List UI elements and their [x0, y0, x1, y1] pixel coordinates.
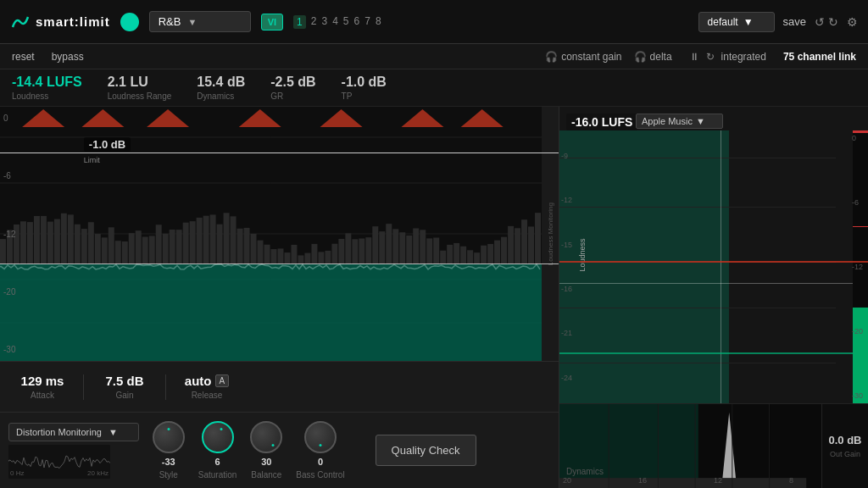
- style-value: -33: [162, 457, 175, 467]
- lufs-val-16: -16: [561, 285, 576, 293]
- second-bar: reset bypass 🎧 constant gain 🎧 delta ⏸ ↻…: [0, 44, 868, 69]
- right-panel: -16.0 LUFS Apple Music ▼: [559, 107, 868, 488]
- tp-meter: -1.0 dB TP: [342, 75, 387, 101]
- refresh-icon[interactable]: ↻: [706, 51, 715, 63]
- default-dropdown[interactable]: default ▼: [698, 12, 775, 32]
- lufs-display: -16.0 LUFS: [566, 114, 637, 130]
- attack-control: 129 ms Attack: [8, 374, 76, 400]
- gr-meter: -2.5 dB GR: [270, 75, 315, 101]
- lufs-val-9: -9: [561, 152, 576, 160]
- out-gain-value: 0.0 dB: [828, 434, 861, 446]
- release-control: auto A Release: [173, 374, 241, 400]
- dynamics-value: 15.4 dB: [197, 75, 245, 90]
- platform-value: Apple Music: [642, 116, 693, 126]
- channel-link-label: channel link: [798, 51, 856, 63]
- preset-dropdown[interactable]: R&B ▼: [149, 11, 251, 32]
- balance-knob[interactable]: 30 Balance: [250, 421, 282, 480]
- teal-area: [0, 264, 559, 361]
- track-6[interactable]: 6: [354, 15, 360, 29]
- platform-arrow-icon: ▼: [696, 116, 705, 126]
- saturation-knob-control[interactable]: [202, 421, 234, 453]
- track-1[interactable]: 1: [293, 15, 306, 29]
- constant-gain-option[interactable]: 🎧 constant gain: [545, 51, 621, 63]
- track-7[interactable]: 7: [364, 15, 370, 29]
- hz-max-label: 20 kHz: [87, 469, 108, 477]
- saturation-knob-indicator: [220, 428, 222, 430]
- reset-button[interactable]: reset: [12, 51, 35, 63]
- distortion-label: Distortion Monitoring: [16, 427, 102, 437]
- channel-link: 75 channel link: [783, 51, 856, 63]
- out-gain-panel: 0.0 dB Out Gain: [821, 404, 868, 488]
- rms-line: [0, 263, 559, 264]
- platform-dropdown[interactable]: Apple Music ▼: [636, 114, 723, 129]
- release-label: Release: [192, 391, 223, 400]
- style-label: Style: [159, 470, 178, 480]
- track-4[interactable]: 4: [332, 15, 338, 29]
- pause-icon[interactable]: ⏸: [689, 51, 699, 63]
- playback-controls: ⏸ ↻ integrated: [689, 51, 766, 63]
- bypass-button[interactable]: bypass: [52, 51, 84, 63]
- undo-button[interactable]: ↺: [815, 15, 825, 29]
- limit-line-bar: [0, 152, 559, 153]
- loudness-monitoring-panel: Loudness Monitoring: [542, 107, 559, 361]
- tp-label: TP: [342, 92, 353, 101]
- bass-label: Bass Control: [296, 470, 344, 480]
- controls-row: 129 ms Attack 7.5 dB Gain auto A Release: [0, 361, 559, 412]
- track-5[interactable]: 5: [343, 15, 349, 29]
- bass-knob-indicator: [319, 444, 321, 446]
- save-button[interactable]: save: [783, 15, 806, 28]
- quality-check-button[interactable]: Quality Check: [376, 435, 476, 466]
- loudness-range-label: Loudness Range: [108, 92, 172, 101]
- gain-value: 7.5 dB: [105, 374, 143, 388]
- style-knob-control[interactable]: [153, 421, 185, 453]
- scale-val-0: 0: [852, 134, 863, 142]
- loudness-scale-right: 0 -6 -12 -20 -30: [850, 107, 865, 403]
- channel-link-num: 75: [783, 51, 794, 63]
- release-auto-tag: auto A: [185, 374, 229, 388]
- bass-control-knob-control[interactable]: [304, 421, 337, 453]
- power-button[interactable]: [120, 13, 139, 31]
- attack-label: Attack: [31, 391, 54, 400]
- style-knob[interactable]: -33 Style: [153, 421, 185, 480]
- crosshair-horizontal: [559, 283, 853, 284]
- balance-knob-control[interactable]: [250, 421, 282, 453]
- bass-control-knob[interactable]: 0 Bass Control: [296, 421, 344, 480]
- gain-label: Gain: [115, 391, 133, 400]
- out-gain-label: Out Gain: [830, 450, 860, 458]
- saturation-knob[interactable]: 6 Saturation: [198, 421, 237, 480]
- loudness-label: Loudness: [12, 92, 48, 101]
- limit-value: -1.0 dB: [84, 137, 131, 152]
- limit-sublabel: Limit: [84, 156, 100, 164]
- a-badge: A: [215, 374, 230, 387]
- vi-button[interactable]: VI: [261, 14, 283, 30]
- delta-option[interactable]: 🎧 delta: [634, 51, 672, 63]
- headphone2-icon: 🎧: [634, 51, 647, 63]
- gain-control: 7.5 dB Gain: [91, 374, 159, 400]
- dyn-val-12: 12: [714, 476, 722, 485]
- lufs-val-21: -21: [561, 329, 576, 337]
- app-logo: smart:limit: [10, 12, 110, 32]
- track-numbers: 1 2 3 4 5 6 7 8: [293, 15, 381, 29]
- loudness-chart-area: [559, 130, 853, 403]
- loudness-line: [559, 352, 853, 354]
- distortion-dropdown[interactable]: Distortion Monitoring ▼: [8, 423, 139, 441]
- redo-button[interactable]: ↻: [828, 15, 838, 29]
- lufs-val-12: -12: [561, 196, 576, 204]
- dynamics-label: Dynamics: [197, 92, 234, 101]
- crosshair-vertical: [721, 130, 721, 403]
- preset-value: R&B: [159, 15, 181, 28]
- track-3[interactable]: 3: [321, 15, 327, 29]
- scale-15: [559, 308, 836, 308]
- style-knob-indicator: [167, 428, 170, 430]
- track-2[interactable]: 2: [311, 15, 317, 29]
- gr-value: -2.5 dB: [270, 75, 315, 90]
- waveform-area[interactable]: -1.0 dB Limit 0 -6 -12 -20 -30 Loudness …: [0, 107, 559, 361]
- tp-value: -1.0 dB: [342, 75, 387, 90]
- dynamics-chart: Dynamics R&B 20 16 12 8 4 0.0 dB Out Gai…: [559, 404, 868, 488]
- distortion-section: Distortion Monitoring ▼ 0 Hz 20 kHz: [8, 423, 139, 479]
- lufs-scale-left: -9 -12 -15 -16 -21 -24: [559, 130, 578, 403]
- release-value: auto: [185, 374, 212, 388]
- track-8[interactable]: 8: [376, 15, 381, 29]
- settings-icon[interactable]: ⚙: [847, 15, 858, 29]
- default-value: default: [708, 16, 738, 28]
